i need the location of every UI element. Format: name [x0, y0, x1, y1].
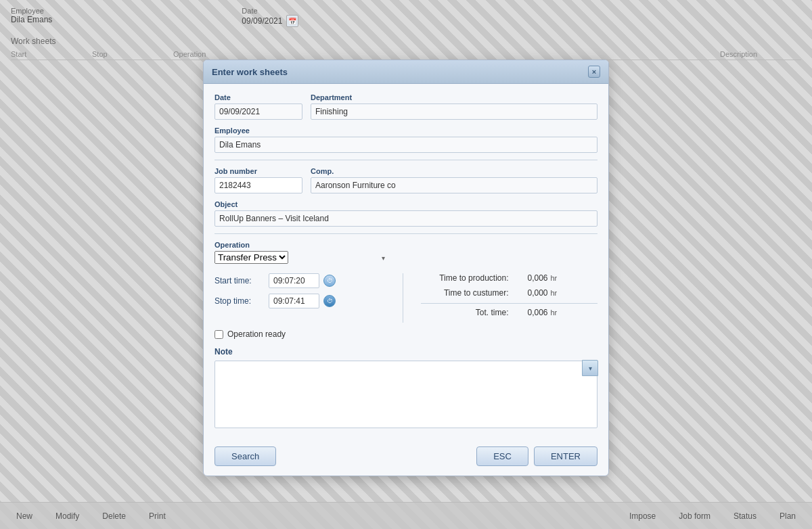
toolbar-modify-button[interactable]: Modify: [45, 509, 90, 524]
tot-time-value: 0,006: [514, 308, 548, 317]
job-number-input[interactable]: [215, 177, 302, 193]
start-time-label: Start time:: [215, 276, 269, 285]
note-textarea[interactable]: [215, 361, 597, 428]
time-to-customer-unit: hr: [551, 289, 558, 297]
modal-close-button[interactable]: ×: [588, 66, 600, 78]
toolbar-delete-button[interactable]: Delete: [91, 509, 137, 524]
stop-time-label: Stop time:: [215, 296, 269, 306]
time-to-customer-value: 0,000: [514, 288, 548, 298]
enter-button[interactable]: ENTER: [534, 446, 597, 466]
time-to-production-value: 0,006: [514, 273, 548, 283]
bottom-toolbar: New Modify Delete Print Impose Job form …: [0, 502, 812, 529]
tot-time-label: Tot. time:: [421, 308, 509, 317]
time-to-production-unit: hr: [551, 274, 558, 282]
department-label: Department: [311, 93, 597, 101]
toolbar-impose-button[interactable]: Impose: [618, 509, 667, 524]
date-value: 09/09/2021: [215, 104, 302, 120]
operation-ready-label[interactable]: Operation ready: [227, 329, 286, 339]
time-to-production-label: Time to production:: [421, 273, 509, 283]
object-label: Object: [215, 200, 597, 208]
note-dropdown-button[interactable]: ▾: [582, 360, 598, 376]
search-button[interactable]: Search: [215, 446, 276, 466]
operation-label: Operation: [215, 241, 597, 249]
operation-ready-checkbox[interactable]: [215, 330, 223, 339]
object-value: RollUp Banners – Visit Iceland: [215, 210, 597, 227]
toolbar-print-button[interactable]: Print: [138, 509, 177, 524]
toolbar-plan-button[interactable]: Plan: [769, 509, 807, 524]
employee-value: Dila Emans: [215, 137, 597, 153]
toolbar-status-button[interactable]: Status: [723, 509, 767, 524]
job-number-label: Job number: [215, 167, 302, 175]
tot-time-unit: hr: [551, 308, 558, 317]
date-label: Date: [215, 93, 302, 101]
toolbar-jobform-button[interactable]: Job form: [668, 509, 721, 524]
time-to-customer-label: Time to custumer:: [421, 288, 509, 298]
comp-value: Aaronson Furniture co: [311, 177, 597, 193]
esc-button[interactable]: ESC: [476, 446, 528, 466]
note-label: Note: [215, 347, 597, 356]
department-value: Finishing: [311, 104, 597, 120]
stop-time-clock-icon[interactable]: ⏱: [323, 295, 336, 307]
toolbar-new-button[interactable]: New: [5, 509, 43, 524]
enter-worksheets-dialog: Enter work sheets × Date 09/09/2021 Depa…: [203, 60, 609, 476]
operation-select[interactable]: Transfer Press Cutting Printing Assembly: [215, 251, 288, 264]
start-time-clock-icon[interactable]: ⏱: [323, 275, 336, 287]
modal-header: Enter work sheets ×: [204, 60, 608, 84]
start-time-input[interactable]: [269, 273, 319, 288]
employee-label: Employee: [215, 127, 597, 135]
stop-time-input[interactable]: [269, 294, 319, 308]
comp-label: Comp.: [311, 167, 597, 175]
modal-title: Enter work sheets: [212, 67, 288, 77]
